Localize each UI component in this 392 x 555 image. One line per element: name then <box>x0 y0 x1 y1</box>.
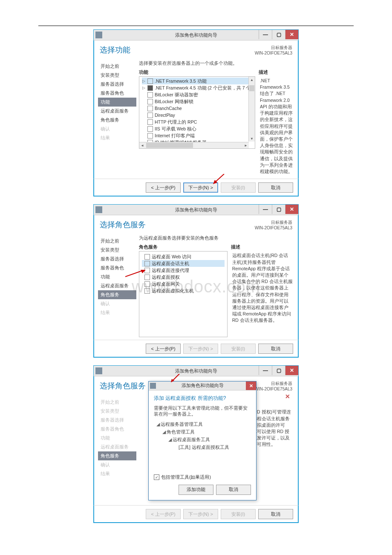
checkbox[interactable] <box>147 106 153 111</box>
feature-item[interactable]: ▷.NET Framework 3.5 功能 <box>142 78 252 84</box>
checkbox[interactable] <box>147 133 153 139</box>
expand-icon[interactable] <box>142 127 146 131</box>
nav-step[interactable]: 功能 <box>98 98 136 107</box>
target-name: WIN-2OIFOE75AL3 <box>255 386 292 392</box>
scroll-right-icon[interactable]: ► <box>243 142 249 148</box>
feature-item[interactable]: BitLocker 网络解锁 <box>142 98 252 105</box>
feature-item[interactable]: DirectPlay <box>142 112 252 119</box>
nav-step[interactable]: 远程桌面服务 <box>98 107 136 116</box>
cancel-button[interactable]: 取消 <box>258 344 293 354</box>
expand-icon[interactable] <box>142 134 146 138</box>
close-button[interactable]: ✕ <box>285 30 298 39</box>
expand-icon[interactable] <box>142 113 146 117</box>
dialog-title: 添加角色和功能向导 <box>182 383 224 389</box>
caret-icon: ◢ <box>162 428 167 436</box>
cancel-button[interactable]: 取消 <box>258 182 293 193</box>
nav-step[interactable]: 服务器角色 <box>98 263 136 272</box>
role-service-label: 远程桌面网关 <box>152 280 180 287</box>
role-services-listbox[interactable]: 远程桌面 Web 访问远程桌面会话主机远程桌面连接代理远程桌面授权远程桌面网关远… <box>139 251 228 337</box>
nav-step[interactable]: 开始之前 <box>98 237 136 246</box>
prev-button[interactable]: < 上一步(P) <box>146 344 181 354</box>
feature-item[interactable]: HTTP 代理上的 RPC <box>142 119 252 125</box>
checkbox[interactable] <box>147 78 153 84</box>
checkbox[interactable] <box>144 261 150 266</box>
role-service-item[interactable]: 远程桌面会话主机 <box>142 260 225 267</box>
vertical-scrollbar[interactable]: ▲ ▼ <box>248 77 255 142</box>
feature-item[interactable]: Internet 打印客户端 <box>142 132 252 139</box>
checkbox[interactable] <box>144 288 150 294</box>
nav-step: 确认 <box>98 460 136 469</box>
maximize-button[interactable]: ▢ <box>272 30 285 39</box>
nav-step[interactable]: 开始之前 <box>98 62 136 71</box>
features-listbox[interactable]: ▷.NET Framework 3.5 功能▷.NET Framework 4.… <box>139 76 255 149</box>
checkbox[interactable] <box>147 85 153 91</box>
role-service-item[interactable]: 远程桌面授权 <box>142 274 225 280</box>
scroll-up-icon[interactable]: ▲ <box>249 77 255 83</box>
expand-icon[interactable] <box>142 93 146 97</box>
checkbox[interactable] <box>147 92 153 98</box>
wizard-nav: 开始之前安装类型服务器选择服务器角色功能远程桌面服务角色服务确认结果 <box>98 60 136 176</box>
nav-step: 角色服务 <box>98 451 136 460</box>
feature-item[interactable]: BranchCache <box>142 105 252 112</box>
checkbox[interactable] <box>147 113 153 118</box>
maximize-button[interactable]: ▢ <box>272 366 285 375</box>
nav-step[interactable]: 远程桌面服务 <box>98 281 136 290</box>
role-service-item[interactable]: 远程桌面 Web 访问 <box>142 253 225 260</box>
checkbox[interactable] <box>144 254 150 260</box>
expand-icon[interactable] <box>142 120 146 124</box>
checkbox[interactable] <box>147 126 153 132</box>
checkbox[interactable] <box>147 99 153 104</box>
tree-node: ◢远程桌面服务工具 <box>168 436 251 444</box>
role-service-label: 远程桌面连接代理 <box>152 267 189 274</box>
role-services-column-header: 角色服务 <box>139 244 228 250</box>
minimize-button[interactable]: — <box>259 366 272 375</box>
scroll-thumb[interactable] <box>146 143 193 148</box>
checkbox[interactable] <box>147 119 153 125</box>
dialog-close-button[interactable]: ✕ <box>246 382 256 390</box>
nav-step[interactable]: 服务器角色 <box>98 89 136 98</box>
nav-step[interactable]: 角色服务 <box>98 116 136 124</box>
role-service-item[interactable]: 远程桌面连接代理 <box>142 267 225 274</box>
role-service-item[interactable]: 远程桌面虚拟化主机 <box>142 287 225 294</box>
nav-step[interactable]: 安装类型 <box>98 246 136 254</box>
dialog-cancel-button[interactable]: 取消 <box>216 485 251 495</box>
features-column-header: 功能 <box>139 69 255 75</box>
maximize-button[interactable]: ▢ <box>272 205 285 214</box>
scroll-thumb[interactable] <box>249 85 254 91</box>
features-tree: ◢远程服务器管理工具◢角色管理工具◢远程桌面服务工具[工具] 远程桌面授权工具 <box>156 421 251 451</box>
nav-step[interactable]: 服务器选择 <box>98 80 136 89</box>
feature-item[interactable]: BitLocker 驱动器加密 <box>142 91 252 98</box>
include-tools-checkbox[interactable]: ✓ <box>154 474 159 480</box>
expand-icon[interactable] <box>142 107 146 110</box>
expand-icon[interactable]: ▷ <box>142 86 146 90</box>
role-service-item[interactable]: 远程桌面网关 <box>142 280 225 287</box>
nav-step[interactable]: 功能 <box>98 272 136 281</box>
horizontal-scrollbar[interactable]: ◄ ► <box>139 142 249 148</box>
nav-step[interactable]: 角色服务 <box>98 290 136 299</box>
wizard-nav: 开始之前安装类型服务器选择服务器角色功能远程桌面服务角色服务确认结果 <box>98 235 136 337</box>
feature-item[interactable]: IIS 可承载 Web 核心 <box>142 125 252 132</box>
nav-step[interactable]: 安装类型 <box>98 71 136 80</box>
cancel-button[interactable]: 取消 <box>258 509 293 519</box>
minimize-button[interactable]: — <box>259 205 272 214</box>
next-button[interactable]: 下一步(N) > <box>183 182 218 193</box>
scroll-down-icon[interactable]: ▼ <box>249 136 255 142</box>
feature-item[interactable]: ▷.NET Framework 4.5 功能 (2 个已安装，共 7 个) <box>142 84 252 91</box>
nav-step[interactable]: 服务器选择 <box>98 254 136 263</box>
feature-label: BitLocker 驱动器加密 <box>155 91 198 98</box>
wizard-footer: < 上一步(P) 下一步(N) > 安装(I) 取消 <box>94 179 298 196</box>
minimize-button[interactable]: — <box>259 30 272 39</box>
description-text: 远程桌面会话主机(RD 会话主机)支持服务器托管 RemoteApp 程序或基于… <box>231 251 294 325</box>
role-service-label: 远程桌面虚拟化主机 <box>152 287 194 294</box>
close-button[interactable]: ✕ <box>285 366 298 375</box>
add-features-button[interactable]: 添加功能 <box>179 485 213 495</box>
role-service-label: 远程桌面授权 <box>152 274 180 280</box>
scroll-left-icon[interactable]: ◄ <box>139 142 145 148</box>
checkbox[interactable] <box>144 275 150 280</box>
expand-icon[interactable]: ▷ <box>142 79 146 83</box>
prev-button[interactable]: < 上一步(P) <box>146 182 181 193</box>
checkbox[interactable] <box>144 281 150 287</box>
checkbox[interactable] <box>144 268 150 273</box>
close-button[interactable]: ✕ <box>285 205 298 214</box>
expand-icon[interactable] <box>142 100 146 104</box>
